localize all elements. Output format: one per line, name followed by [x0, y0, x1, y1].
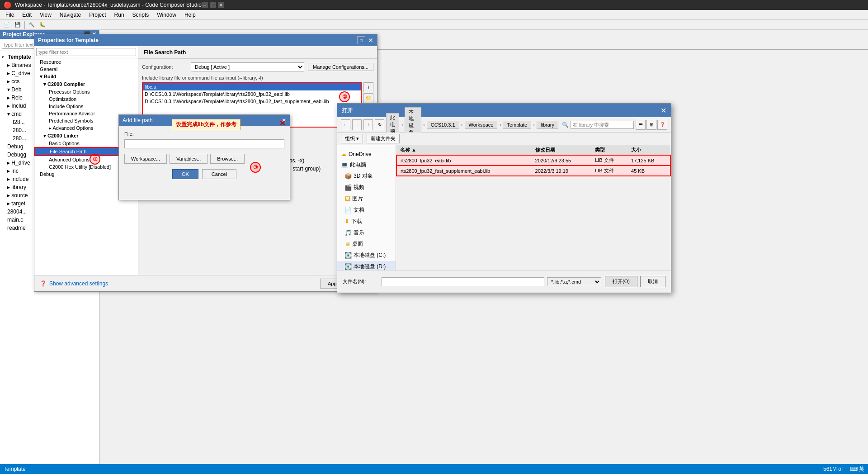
tree-label: ▾ Deb: [7, 86, 21, 93]
help-button[interactable]: ❓: [657, 120, 667, 130]
config-select[interactable]: Debug [ Active ]: [191, 62, 304, 71]
file-date-cell: 2022/3/3 19:19: [532, 166, 592, 176]
maximize-button[interactable]: □: [210, 2, 216, 8]
path-workspace[interactable]: Workspace: [465, 121, 498, 129]
filename-input[interactable]: [382, 277, 544, 286]
music-label: 音乐: [354, 229, 364, 237]
tree-label: ▸ Includ: [7, 103, 26, 109]
menu-navigate[interactable]: Navigate: [56, 11, 85, 19]
file-dialog-close-button[interactable]: ✕: [660, 106, 666, 115]
lib-item-libc[interactable]: libc.a: [143, 83, 361, 90]
new-button[interactable]: 📄: [2, 20, 12, 29]
tree-optimization[interactable]: Optimization: [34, 95, 138, 103]
save-button[interactable]: 💾: [13, 20, 23, 29]
debug-button[interactable]: 🐛: [38, 20, 47, 29]
col-size[interactable]: 大小: [627, 145, 670, 155]
add-lib-button[interactable]: +: [363, 82, 373, 92]
add-file-lib-button[interactable]: 📁: [363, 93, 373, 103]
table-row[interactable]: rts2800_fpu32_fast_supplement_eabi.lib 2…: [396, 166, 670, 176]
sidebar-drive-c[interactable]: 💽 本地磁盘 (C:): [337, 250, 396, 261]
path-library[interactable]: library: [537, 121, 558, 129]
dialog-filter-area: [34, 46, 138, 58]
tree-general[interactable]: General: [34, 66, 138, 73]
new-folder-button[interactable]: 新建文件夹: [367, 134, 400, 143]
menu-help[interactable]: Help: [181, 11, 199, 19]
manage-configurations-button[interactable]: Manage Configurations...: [308, 63, 373, 71]
tree-processor-options[interactable]: Processor Options: [34, 88, 138, 95]
sidebar-docs[interactable]: 📄 文档: [337, 204, 396, 216]
organize-button[interactable]: 组织 ▾: [341, 134, 363, 143]
tree-c2000-compiler[interactable]: ▾ C2000 Compiler: [34, 81, 138, 88]
menu-window[interactable]: Window: [153, 11, 180, 19]
browse-button[interactable]: Browse...: [210, 154, 245, 164]
tree-include-options[interactable]: Include Options: [34, 103, 138, 110]
dialog-resize-button[interactable]: □: [357, 36, 365, 44]
menu-edit[interactable]: Edit: [19, 11, 35, 19]
menu-view[interactable]: View: [36, 11, 55, 19]
file-table: 名称 ▲ 修改日期 类型 大小 rts2800_fpu32_eabi.lib 2…: [396, 145, 671, 176]
cancel-button[interactable]: Cancel: [202, 169, 236, 179]
lib-item-rts-eabi[interactable]: D:\CCS10.3.1\Workspace\Template\library\…: [143, 90, 361, 98]
lib-item-rts-fast[interactable]: D:\CCS10.3.1\Workspace\Template\library\…: [143, 98, 361, 105]
sidebar-music[interactable]: 🎵 音乐: [337, 227, 396, 238]
path-ccs[interactable]: CCS10.3.1: [427, 121, 459, 129]
properties-close-button[interactable]: ✕: [368, 36, 373, 44]
file-cancel-button[interactable]: 取消: [640, 276, 665, 287]
tree-resource[interactable]: Resource: [34, 58, 138, 66]
tree-label: ▸ source: [7, 192, 28, 199]
properties-dialog-title-bar: Properties for Template □ ✕: [34, 34, 377, 46]
col-date[interactable]: 修改日期: [532, 145, 592, 155]
filetype-select[interactable]: *.lib;*.a;*.cmd: [547, 277, 601, 286]
menu-project[interactable]: Project: [85, 11, 109, 19]
nav-up-button[interactable]: ↑: [363, 119, 373, 130]
nav-back-button[interactable]: ←: [341, 119, 350, 130]
table-row[interactable]: rts2800_fpu32_eabi.lib 2020/12/9 23:55 L…: [396, 155, 670, 166]
tree-label: ▸ library: [7, 184, 26, 190]
sidebar-video[interactable]: 🎬 视频: [337, 182, 396, 193]
tree-label: 280...: [13, 127, 26, 133]
sidebar-pictures[interactable]: 🖼 图片: [337, 193, 396, 204]
menu-run[interactable]: Run: [111, 11, 128, 19]
open-button[interactable]: 打开(O): [605, 276, 637, 287]
nav-forward-button[interactable]: →: [352, 119, 362, 130]
file-search-input[interactable]: [571, 121, 634, 129]
close-button[interactable]: ✕: [218, 2, 224, 8]
tree-label: ▸ Rele: [7, 95, 23, 101]
config-label: Configuration:: [142, 64, 187, 70]
view-details-button[interactable]: ⊞: [646, 120, 656, 130]
menu-scripts[interactable]: Scripts: [129, 11, 153, 19]
workspace-button[interactable]: Workspace...: [124, 154, 167, 164]
path-template[interactable]: Template: [503, 121, 531, 129]
downloads-icon: ⬇: [344, 218, 349, 225]
title-bar: 🔴 Workspace - Template/source/f28004x_us…: [0, 0, 868, 10]
menu-file[interactable]: File: [2, 11, 18, 19]
window-controls: ─ □ ✕: [202, 2, 224, 8]
add-file-ok-row: OK Cancel: [124, 169, 284, 179]
file-date-cell: 2020/12/9 23:55: [532, 155, 592, 166]
col-type[interactable]: 类型: [591, 145, 627, 155]
sidebar-drive-d[interactable]: 💽 本地磁盘 (D:): [337, 261, 396, 270]
cn-annotation-box: 设置完成lib文件，作参考: [172, 119, 241, 130]
nav-refresh-button[interactable]: ↻: [375, 119, 384, 130]
dialog-filter-input[interactable]: [36, 48, 136, 56]
sidebar-3d[interactable]: 📦 3D 对象: [337, 171, 396, 182]
sidebar-thispc[interactable]: 💻 此电脑: [337, 159, 396, 171]
sidebar-desktop[interactable]: 🖥 桌面: [337, 238, 396, 250]
path-sep-1: ›: [401, 122, 403, 128]
variables-button[interactable]: Variables...: [170, 154, 208, 164]
show-advanced-link[interactable]: ❓ Show advanced settings: [40, 280, 108, 287]
toolbar: 📄 💾 🔨 🐛: [0, 20, 868, 30]
minimize-button[interactable]: ─: [202, 2, 208, 8]
annotation-close[interactable]: ✕: [279, 119, 285, 128]
onedrive-label: OneDrive: [349, 151, 372, 157]
ok-button[interactable]: OK: [172, 169, 198, 179]
sidebar-onedrive[interactable]: ☁ OneDrive: [337, 149, 396, 159]
view-list-button[interactable]: ☰: [636, 120, 646, 130]
add-file-input[interactable]: [124, 139, 284, 148]
file-dialog-body: ☁ OneDrive 💻 此电脑 📦 3D 对象 🎬 视频 🖼 图片 📄: [337, 145, 671, 270]
col-name[interactable]: 名称 ▲: [396, 145, 532, 155]
menu-bar: File Edit View Navigate Project Run Scri…: [0, 10, 868, 20]
tree-build[interactable]: ▾ Build: [34, 73, 138, 81]
build-button[interactable]: 🔨: [27, 20, 37, 29]
sidebar-downloads[interactable]: ⬇ 下载: [337, 216, 396, 227]
